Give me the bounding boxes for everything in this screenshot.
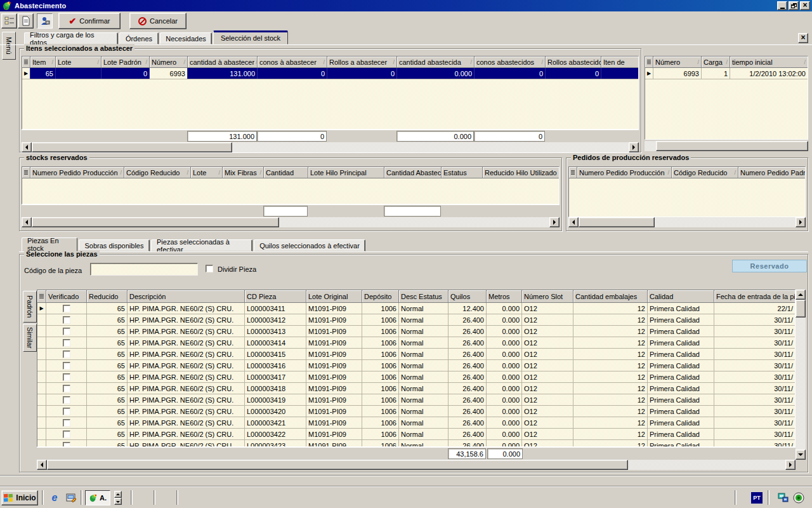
- row-checkbox[interactable]: [63, 316, 70, 324]
- col-estatus[interactable]: Estatus: [442, 167, 483, 178]
- scroll-thumb[interactable]: [579, 217, 655, 227]
- taskbar-scroll-down[interactable]: [114, 498, 122, 505]
- table-row[interactable]: 65 HP. PIMA.PGR. NE60/2 (S) CRU. L000003…: [37, 360, 795, 371]
- col-lote[interactable]: Lote: [56, 57, 102, 68]
- document-button[interactable]: [18, 13, 34, 29]
- row-checkbox[interactable]: [63, 305, 70, 312]
- tab-piezas-seleccionadas[interactable]: Piezas seleccionadas à efectivar: [151, 239, 252, 251]
- pieces-hscrollbar[interactable]: [37, 460, 796, 470]
- col-codigo-reducido[interactable]: Código Reducido: [672, 167, 738, 178]
- table-row[interactable]: 65 HP. PIMA.PGR. NE60/2 (S) CRU. L000003…: [37, 429, 795, 440]
- column-options-icon[interactable]: [569, 167, 577, 178]
- language-indicator[interactable]: PT: [751, 492, 763, 504]
- col-descripcion[interactable]: Descripción: [128, 290, 245, 303]
- col-cantidad[interactable]: Cantidad: [264, 167, 308, 178]
- row-checkbox[interactable]: [63, 328, 70, 335]
- col-fecha-entrada[interactable]: Fecha de entrada de la pieza: [714, 290, 795, 303]
- tree-view-button[interactable]: [1, 13, 17, 29]
- column-options-icon[interactable]: [22, 57, 30, 68]
- col-cantidad-abastecida[interactable]: cantidad abastecida: [397, 57, 475, 68]
- user-config-button[interactable]: [37, 13, 53, 29]
- col-numero-pedido-padre[interactable]: Numero Pedido Padre: [738, 167, 805, 178]
- col-metros[interactable]: Metros: [487, 290, 522, 303]
- col-numero[interactable]: Número: [150, 57, 188, 68]
- col-conos-abastecidos[interactable]: conos abastecidos: [475, 57, 546, 68]
- stocks-hscrollbar[interactable]: [22, 217, 560, 227]
- row-checkbox[interactable]: [63, 396, 70, 404]
- tab-necesidades[interactable]: Necesidades: [160, 32, 212, 44]
- network-tray-icon[interactable]: [776, 491, 790, 505]
- col-rollos-abastecer[interactable]: Rollos a abastecer: [327, 57, 397, 68]
- status-tray-icon[interactable]: [792, 491, 806, 505]
- col-lote-padron[interactable]: Lote Padrón: [102, 57, 150, 68]
- row-checkbox[interactable]: [63, 351, 70, 358]
- scroll-thumb[interactable]: [656, 141, 808, 151]
- row-checkbox[interactable]: [63, 373, 70, 381]
- col-deposito[interactable]: Depósito: [362, 290, 399, 303]
- col-codigo-reducido[interactable]: Código Reducido: [124, 167, 191, 178]
- start-button[interactable]: Inicio: [1, 490, 38, 505]
- table-row[interactable]: 65 HP. PIMA.PGR. NE60/2 (S) CRU. L000003…: [37, 314, 795, 326]
- column-options-icon[interactable]: [37, 290, 46, 303]
- pieces-vscrollbar[interactable]: [796, 290, 806, 460]
- col-rollos-abastecidos[interactable]: Rollos abastecidos: [546, 57, 601, 68]
- dividir-pieza-checkbox[interactable]: [206, 265, 213, 272]
- col-conos-abastecer[interactable]: conos à abastecer: [258, 57, 327, 68]
- row-checkbox[interactable]: [63, 385, 70, 392]
- column-options-icon[interactable]: [645, 57, 653, 68]
- table-row[interactable]: 65 HP. PIMA.PGR. NE60/2 (S) CRU. L000003…: [37, 303, 795, 314]
- scroll-thumb[interactable]: [32, 217, 279, 227]
- cell-numero-focused[interactable]: 6993: [150, 68, 188, 79]
- col-carga[interactable]: Carga: [702, 57, 730, 68]
- taskbar-scroll-up[interactable]: [114, 491, 122, 498]
- col-reducido-hilo-utilizado[interactable]: Reducido Hilo Utilizado: [483, 167, 559, 178]
- row-checkbox[interactable]: [63, 339, 70, 347]
- cancel-button[interactable]: Cancelar: [129, 13, 187, 29]
- titlebar[interactable]: Abastecimento: [0, 0, 812, 11]
- col-iten-de[interactable]: Iten de: [601, 57, 638, 68]
- table-row[interactable]: 65 HP. PIMA.PGR. NE60/2 (S) CRU. L000003…: [37, 337, 795, 349]
- pedidos-hscrollbar[interactable]: [568, 217, 806, 227]
- col-cantidad-embalajes[interactable]: Cantidad embalajes: [573, 290, 648, 303]
- tab-quilos-seleccionados[interactable]: Quilos seleccionados à efectivar: [254, 239, 365, 251]
- code-input[interactable]: [90, 263, 198, 276]
- restore-button[interactable]: [789, 1, 799, 10]
- items-hscrollbar[interactable]: [22, 142, 639, 152]
- col-tiempo-inicial[interactable]: tiempo inicial: [730, 57, 808, 68]
- col-cantidad-abastecida[interactable]: Cantidad Abastecida: [384, 167, 442, 178]
- tab-seleccion-del-stock[interactable]: Selección del stock: [213, 30, 288, 44]
- menu-side-tab[interactable]: Menú: [2, 32, 16, 60]
- close-button[interactable]: [800, 1, 810, 10]
- cargas-hscrollbar[interactable]: [645, 141, 808, 151]
- scroll-thumb[interactable]: [32, 142, 232, 152]
- side-tab-padron[interactable]: Padrón: [23, 291, 37, 323]
- scroll-thumb[interactable]: [47, 460, 628, 470]
- col-mix-fibras[interactable]: Mix Fibras: [223, 167, 264, 178]
- col-reducido[interactable]: Reducido: [87, 290, 128, 303]
- column-options-icon[interactable]: [22, 167, 30, 178]
- col-lote-original[interactable]: Lote Original: [306, 290, 362, 303]
- table-row[interactable]: 65 HP. PIMA.PGR. NE60/2 (S) CRU. L000003…: [37, 417, 795, 429]
- side-tab-similar[interactable]: Similar: [23, 324, 37, 352]
- col-lote-hilo-principal[interactable]: Lote Hilo Principal: [308, 167, 384, 178]
- task-button-abastecimento[interactable]: A.: [85, 490, 110, 505]
- row-checkbox[interactable]: [63, 442, 70, 448]
- table-row[interactable]: 65 HP. PIMA.PGR. NE60/2 (S) CRU. L000003…: [37, 394, 795, 406]
- col-carga-numero[interactable]: Número: [653, 57, 702, 68]
- row-checkbox[interactable]: [63, 419, 70, 427]
- scroll-thumb[interactable]: [796, 300, 806, 318]
- row-checkbox[interactable]: [63, 362, 70, 370]
- col-numero-pedido-produccion[interactable]: Numero Pedido Producción: [577, 167, 672, 178]
- tabpage-close-button[interactable]: [798, 33, 808, 43]
- col-verificado[interactable]: Verificado: [46, 290, 87, 303]
- row-checkbox[interactable]: [63, 408, 70, 415]
- col-item[interactable]: Item: [30, 57, 56, 68]
- internet-explorer-icon[interactable]: [48, 491, 61, 504]
- table-row[interactable]: 65 HP. PIMA.PGR. NE60/2 (S) CRU. L000003…: [37, 326, 795, 337]
- col-desc-estatus[interactable]: Desc Estatus: [399, 290, 449, 303]
- show-desktop-icon[interactable]: [65, 491, 77, 504]
- row-checkbox[interactable]: [63, 431, 70, 438]
- minimize-button[interactable]: [777, 1, 787, 10]
- col-numero-pedido-produccion[interactable]: Numero Pedido Producción: [30, 167, 124, 178]
- col-lote[interactable]: Lote: [191, 167, 223, 178]
